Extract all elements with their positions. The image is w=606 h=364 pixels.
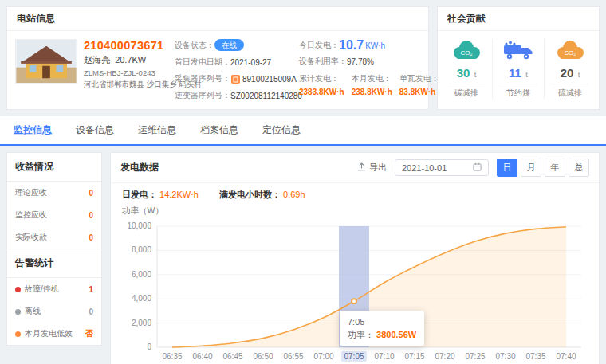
collector-sn-label: 采集器序列号： — [175, 73, 230, 84]
x-tick-label: 06:35 — [162, 352, 182, 361]
power-chart[interactable]: 02,0004,0006,0008,00010,00006:3506:4006:… — [119, 218, 591, 364]
social-body: CO₂ 30 t 碳减排 — [438, 31, 599, 105]
x-tick-label: 06:45 — [222, 352, 242, 361]
online-status-badge: 在线 — [214, 39, 244, 51]
tab-location-info[interactable]: 定位信息 — [250, 116, 313, 144]
so2-value-row: 20 t — [561, 66, 580, 80]
station-identity: 210400073671 赵海亮 20.7KW ZLMS-HBJ-ZJL-024… — [15, 39, 168, 101]
station-panel-title: 电站信息 — [17, 12, 55, 25]
range-button-group: 日 月 年 总 — [497, 159, 589, 177]
coal-unit: t — [525, 70, 528, 79]
house-photo-graphic — [16, 40, 77, 83]
co2-unit: t — [474, 70, 477, 79]
copy-icon[interactable] — [231, 75, 240, 84]
date-picker[interactable]: 2021-10-01 — [395, 159, 489, 176]
inverter-sn-label: 逆变器序列号： — [175, 90, 230, 101]
range-button-total[interactable]: 总 — [569, 159, 589, 177]
range-button-month[interactable]: 月 — [521, 159, 541, 177]
chart-title: 发电数据 — [120, 161, 159, 174]
co2-reduction-item: CO₂ 30 t 碳减排 — [441, 39, 492, 99]
tab-monitoring-info[interactable]: 监控信息 — [2, 116, 64, 144]
so2-label: 硫减排 — [552, 84, 588, 99]
device-status-row: 设备状态： 在线 — [175, 39, 293, 51]
social-panel-header: 社会贡献 — [438, 7, 599, 31]
coal-truck-icon — [502, 39, 534, 64]
y-axis-title: 功率（W） — [111, 201, 599, 217]
so2-value: 20 — [561, 66, 574, 80]
x-tick-label: 07:25 — [465, 352, 485, 361]
x-tick-label: 07:35 — [525, 352, 545, 361]
chart-controls: 导出 2021-10-01 日 月 年 总 — [357, 159, 589, 177]
collector-sn-value: 89100215009A — [242, 75, 297, 84]
tab-bar: 监控信息 设备信息 运维信息 档案信息 定位信息 — [0, 116, 606, 146]
day-gen-value: 14.2KW·h — [159, 190, 199, 199]
alarm-value: 否 — [85, 328, 93, 339]
utilization-label: 设备利用率： — [299, 56, 347, 67]
station-info-panel: 电站信息 — [6, 6, 429, 110]
income-label: 实际收款 — [15, 232, 47, 243]
pv-station-dashboard: 电站信息 — [0, 0, 606, 364]
range-button-day[interactable]: 日 — [497, 159, 517, 177]
alarm-item-offline: 离线 0 — [7, 300, 101, 323]
y-tick-label: 0 — [147, 342, 152, 351]
x-tick-label: 07:15 — [404, 352, 424, 361]
utilization-value: 97.78% — [347, 57, 374, 66]
tab-device-info[interactable]: 设备信息 — [64, 116, 126, 144]
today-gen-row: 今日发电： 10.7 KW·h — [299, 39, 447, 52]
month-gen-value: 238.8KW·h — [352, 88, 392, 96]
alarm-section-title: 告警统计 — [7, 249, 101, 278]
y-tick-label: 10,000 — [127, 221, 152, 230]
export-button[interactable]: 导出 — [357, 162, 387, 174]
co2-value-row: 30 t — [457, 66, 477, 80]
generation-data-panel: 发电数据 导出 2021-10-01 — [110, 152, 600, 364]
social-contribution-panel: 社会贡献 CO₂ 30 t 碳减排 — [437, 6, 600, 110]
month-gen-stat: 本月发电： 238.8KW·h — [352, 73, 392, 96]
per-watt-gen-value: 83.8KW·h — [399, 88, 439, 96]
co2-cloud-icon: CO₂ — [451, 39, 482, 64]
income-item-theoretical: 理论应收 0 — [7, 182, 101, 204]
alarm-label: 离线 — [25, 306, 41, 317]
owner-name: 赵海亮 — [84, 55, 110, 65]
x-tick-label: 06:50 — [253, 352, 273, 361]
chart-header: 发电数据 导出 2021-10-01 — [111, 153, 599, 183]
svg-text:CO₂: CO₂ — [460, 49, 472, 57]
day-gen-stat: 日发电： 14.2KW·h — [122, 189, 199, 201]
so2-unit: t — [578, 70, 580, 79]
alarm-label: 故障/停机 — [25, 284, 59, 295]
alarm-item-low-efficiency: 本月发电低效 否 — [7, 323, 101, 345]
x-tick-label: 07:20 — [435, 352, 454, 361]
income-value: 0 — [89, 211, 93, 220]
first-gen-date-label: 首日发电日期： — [175, 57, 230, 68]
x-tick-label: 07:10 — [374, 352, 394, 361]
chart-substats: 日发电： 14.2KW·h 满发电小时数： 0.69h — [111, 183, 599, 201]
month-gen-label: 本月发电： — [352, 73, 392, 84]
alarm-item-fault: 故障/停机 1 — [7, 278, 101, 300]
x-tick-label: 07:30 — [495, 352, 515, 361]
range-button-year[interactable]: 年 — [545, 159, 565, 177]
today-gen-label: 今日发电： — [299, 40, 339, 51]
co2-label: 碳减排 — [448, 84, 485, 99]
tab-archive-info[interactable]: 档案信息 — [188, 116, 250, 144]
y-tick-label: 8,000 — [132, 245, 152, 254]
device-fields: 设备状态： 在线 首日发电日期： 2021-09-27 采集器序列号： 8910… — [175, 39, 293, 101]
date-value: 2021-10-01 — [402, 163, 447, 173]
income-label: 监控应收 — [15, 209, 47, 221]
income-section-title: 收益情况 — [7, 153, 101, 182]
income-value: 0 — [89, 233, 93, 242]
income-label: 理论应收 — [15, 187, 47, 198]
top-row: 电站信息 — [0, 0, 606, 110]
station-capacity: 20.7KW — [115, 55, 146, 65]
tab-ops-info[interactable]: 运维信息 — [126, 116, 188, 144]
generation-summary: 今日发电： 10.7 KW·h 设备利用率： 97.78% 累计发电： 2383… — [299, 39, 447, 101]
gen-stats-row: 累计发电： 2383.8KW·h 本月发电： 238.8KW·h 单瓦发电： 8… — [299, 73, 447, 96]
coal-label: 节约煤 — [500, 84, 537, 99]
full-hours-stat: 满发电小时数： 0.69h — [219, 189, 305, 201]
device-status-label: 设备状态： — [175, 40, 214, 51]
calendar-icon — [473, 162, 482, 173]
coal-value: 11 — [509, 66, 521, 80]
first-gen-date-row: 首日发电日期： 2021-09-27 — [175, 57, 293, 68]
export-icon — [357, 162, 366, 173]
content-row: 收益情况 理论应收 0 监控应收 0 实际收款 0 告警统计 故障/停机 1 离… — [0, 146, 606, 364]
day-gen-label: 日发电： — [122, 190, 157, 199]
export-label: 导出 — [369, 162, 387, 174]
